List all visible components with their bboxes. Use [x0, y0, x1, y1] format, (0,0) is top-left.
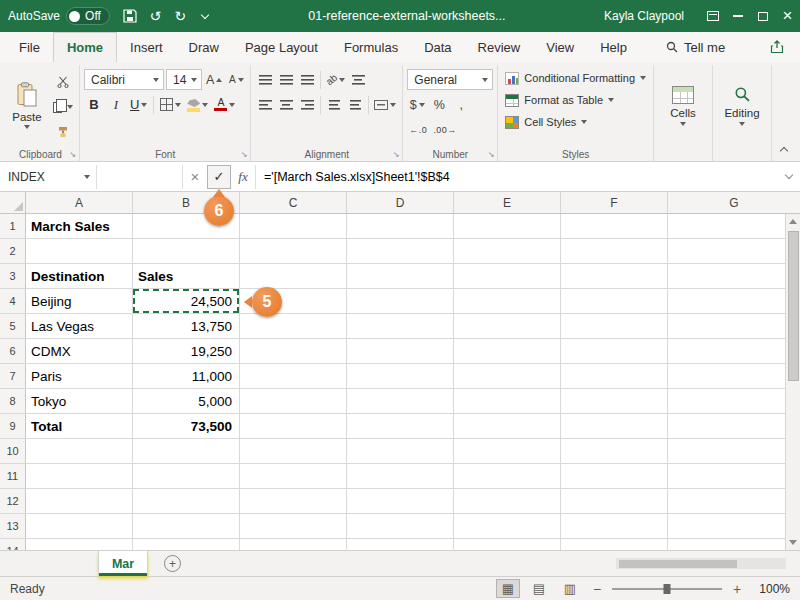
cell-A14[interactable] [26, 539, 133, 550]
close-button[interactable]: × [775, 0, 800, 32]
cell-C9[interactable] [240, 414, 347, 438]
increase-indent-button[interactable] [345, 95, 365, 115]
paste-button[interactable]: Paste [6, 67, 48, 143]
cell-D14[interactable] [347, 539, 454, 550]
cell-styles-button[interactable]: Cell Styles [502, 111, 649, 133]
row-header-11[interactable]: 11 [0, 464, 26, 488]
cell-B14[interactable] [133, 539, 240, 550]
column-header-E[interactable]: E [454, 192, 561, 213]
enter-button[interactable]: ✓ [207, 165, 231, 189]
row-header-1[interactable]: 1 [0, 214, 26, 238]
number-format-select[interactable]: General [407, 69, 493, 90]
cell-C6[interactable] [240, 339, 347, 363]
tab-formulas[interactable]: Formulas [331, 32, 411, 62]
cell-B4[interactable]: 24,500 [133, 289, 240, 313]
tell-me-button[interactable]: Tell me [666, 32, 725, 62]
cell-A12[interactable] [26, 489, 133, 513]
cell-G13[interactable] [668, 514, 800, 538]
cell-E12[interactable] [454, 489, 561, 513]
cell-D7[interactable] [347, 364, 454, 388]
tab-data[interactable]: Data [411, 32, 464, 62]
tab-view[interactable]: View [533, 32, 587, 62]
orientation-button[interactable]: ab [324, 70, 347, 90]
cell-D13[interactable] [347, 514, 454, 538]
cell-F5[interactable] [561, 314, 668, 338]
cell-E2[interactable] [454, 239, 561, 263]
sheet-tab-mar[interactable]: Mar [98, 551, 148, 576]
zoom-percentage[interactable]: 100% [752, 582, 790, 596]
column-header-C[interactable]: C [240, 192, 347, 213]
tab-insert[interactable]: Insert [117, 32, 176, 62]
cell-A8[interactable]: Tokyo [26, 389, 133, 413]
row-header-14[interactable]: 14 [0, 539, 26, 550]
font-dialog-launcher[interactable]: ↘ [241, 151, 248, 159]
cell-D12[interactable] [347, 489, 454, 513]
row-header-5[interactable]: 5 [0, 314, 26, 338]
cell-C14[interactable] [240, 539, 347, 550]
cell-F1[interactable] [561, 214, 668, 238]
cell-E11[interactable] [454, 464, 561, 488]
font-color-button[interactable]: A [212, 95, 237, 115]
align-left-button[interactable] [255, 95, 275, 115]
redo-button[interactable]: ↻ [168, 0, 193, 32]
zoom-in-button[interactable]: + [729, 581, 745, 597]
cell-B6[interactable]: 19,250 [133, 339, 240, 363]
cell-E8[interactable] [454, 389, 561, 413]
tab-home[interactable]: Home [53, 32, 117, 62]
new-sheet-button[interactable]: + [164, 555, 181, 572]
cell-D10[interactable] [347, 439, 454, 463]
alignment-dialog-launcher[interactable]: ↘ [393, 151, 400, 159]
cell-F9[interactable] [561, 414, 668, 438]
insert-function-button[interactable]: fx [231, 165, 255, 189]
minimize-button[interactable] [725, 0, 750, 32]
row-header-9[interactable]: 9 [0, 414, 26, 438]
copy-button[interactable] [51, 97, 75, 117]
cell-B2[interactable] [133, 239, 240, 263]
borders-button[interactable] [158, 95, 183, 115]
cell-F8[interactable] [561, 389, 668, 413]
page-layout-view-button[interactable]: ▤ [527, 579, 551, 598]
tab-help[interactable]: Help [587, 32, 640, 62]
cell-G6[interactable] [668, 339, 800, 363]
comma-style-button[interactable]: , [451, 95, 471, 115]
cell-B11[interactable] [133, 464, 240, 488]
cell-G14[interactable] [668, 539, 800, 550]
row-header-8[interactable]: 8 [0, 389, 26, 413]
cell-G2[interactable] [668, 239, 800, 263]
cell-G1[interactable] [668, 214, 800, 238]
collapse-ribbon-button[interactable] [776, 142, 792, 156]
tab-file[interactable]: File [6, 32, 53, 62]
format-painter-button[interactable] [51, 122, 75, 142]
cell-E1[interactable] [454, 214, 561, 238]
number-dialog-launcher[interactable]: ↘ [488, 151, 495, 159]
cell-D2[interactable] [347, 239, 454, 263]
cell-G4[interactable] [668, 289, 800, 313]
cell-D6[interactable] [347, 339, 454, 363]
clipboard-dialog-launcher[interactable]: ↘ [69, 151, 76, 159]
cell-E3[interactable] [454, 264, 561, 288]
row-header-7[interactable]: 7 [0, 364, 26, 388]
cell-E7[interactable] [454, 364, 561, 388]
horizontal-scroll-thumb[interactable] [619, 560, 737, 568]
increase-decimal-button[interactable]: ←.0 [407, 120, 429, 140]
cell-B10[interactable] [133, 439, 240, 463]
cell-A10[interactable] [26, 439, 133, 463]
row-header-13[interactable]: 13 [0, 514, 26, 538]
zoom-slider-knob[interactable] [664, 584, 671, 594]
share-button[interactable] [760, 32, 794, 62]
formula-bar-expand-button[interactable] [780, 165, 798, 189]
cell-B7[interactable]: 11,000 [133, 364, 240, 388]
cell-G12[interactable] [668, 489, 800, 513]
tab-review[interactable]: Review [465, 32, 534, 62]
column-header-G[interactable]: G [668, 192, 800, 213]
italic-button[interactable]: I [106, 95, 126, 115]
cell-C13[interactable] [240, 514, 347, 538]
formula-input[interactable]: ='[March Sales.xlsx]Sheet1'!$B$4 [255, 165, 780, 189]
cell-C5[interactable] [240, 314, 347, 338]
cell-C1[interactable] [240, 214, 347, 238]
cell-B8[interactable]: 5,000 [133, 389, 240, 413]
cell-A9[interactable]: Total [26, 414, 133, 438]
cell-B5[interactable]: 13,750 [133, 314, 240, 338]
underline-button[interactable]: U [128, 95, 149, 115]
vertical-scrollbar[interactable] [785, 214, 800, 550]
